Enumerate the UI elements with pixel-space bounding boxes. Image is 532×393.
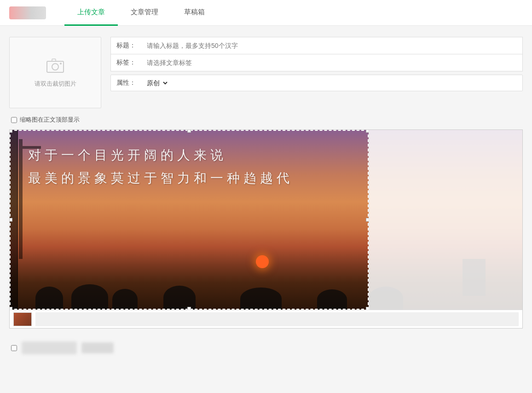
- tree-3: [112, 289, 138, 310]
- nav-tabs: 上传文章 文章管理 草稿箱: [64, 0, 218, 26]
- thumbnail-checkbox-label[interactable]: 缩略图在正文顶部显示: [20, 116, 80, 124]
- image-editor-container: ℹ 对于一个目光开阔的人来说 最美的景象莫过于智力和一种趋越代: [9, 129, 523, 328]
- tree-4: [163, 286, 196, 310]
- tag-label: 标签：: [111, 59, 143, 67]
- bottom-thumbnail: [13, 312, 32, 326]
- image-crop-area: 对于一个目光开阔的人来说 最美的景象莫过于智力和一种趋越代: [10, 130, 522, 310]
- form-fields: 标题： 标签： 属性： 原创 转载 翻译: [110, 37, 523, 108]
- title-label: 标题：: [111, 41, 143, 50]
- tag-input[interactable]: [143, 54, 522, 71]
- thumbnail-checkbox[interactable]: [11, 117, 17, 123]
- right-panel: [369, 130, 522, 310]
- sun-circle: [256, 255, 269, 268]
- tab-manage[interactable]: 文章管理: [118, 0, 171, 26]
- logo-area: [9, 6, 46, 19]
- camera-icon: [46, 57, 64, 76]
- tag-row: 标签：: [110, 54, 523, 71]
- footer-blur-block-2: [81, 342, 114, 353]
- title-input[interactable]: [143, 37, 522, 54]
- svg-point-3: [60, 63, 62, 65]
- logo: [9, 6, 46, 19]
- footer-area: [9, 334, 523, 362]
- title-row: 标题：: [110, 37, 523, 54]
- bottom-bar-fill: [35, 312, 519, 326]
- tree-2: [71, 284, 108, 310]
- thumbnail-upload-box[interactable]: 请双击裁切图片: [9, 37, 101, 108]
- footer-checkbox[interactable]: [11, 345, 17, 351]
- thumbnail-hint: 请双击裁切图片: [35, 80, 76, 88]
- top-navigation: 上传文章 文章管理 草稿箱: [0, 0, 532, 26]
- svg-rect-2: [52, 59, 56, 61]
- main-content: 请双击裁切图片 标题： 标签： 属性： 原创 转载 翻译: [0, 26, 532, 373]
- attr-label: 属性：: [111, 79, 143, 87]
- tab-drafts[interactable]: 草稿箱: [171, 0, 218, 26]
- lamp-head: [23, 146, 41, 149]
- tree-5: [240, 287, 282, 310]
- tab-manage-label: 文章管理: [131, 8, 158, 17]
- form-section: 请双击裁切图片 标题： 标签： 属性： 原创 转载 翻译: [9, 37, 523, 108]
- tab-drafts-label: 草稿箱: [184, 8, 205, 17]
- tree-1: [35, 287, 63, 310]
- tab-upload[interactable]: 上传文章: [64, 0, 118, 26]
- footer-blur-block-1: [22, 341, 77, 354]
- tab-upload-label: 上传文章: [77, 8, 105, 17]
- attr-select-wrap: 原创 转载 翻译: [143, 75, 169, 91]
- editor-bottom-strip: [10, 310, 522, 328]
- tree-6: [317, 289, 347, 310]
- lamp-silhouette: [19, 139, 23, 259]
- attr-select[interactable]: 原创 转载 翻译: [143, 75, 169, 91]
- thumbnail-checkbox-row: 缩略图在正文顶部显示: [9, 116, 523, 124]
- svg-point-1: [52, 64, 58, 70]
- attr-row: 属性： 原创 转载 翻译: [110, 75, 523, 91]
